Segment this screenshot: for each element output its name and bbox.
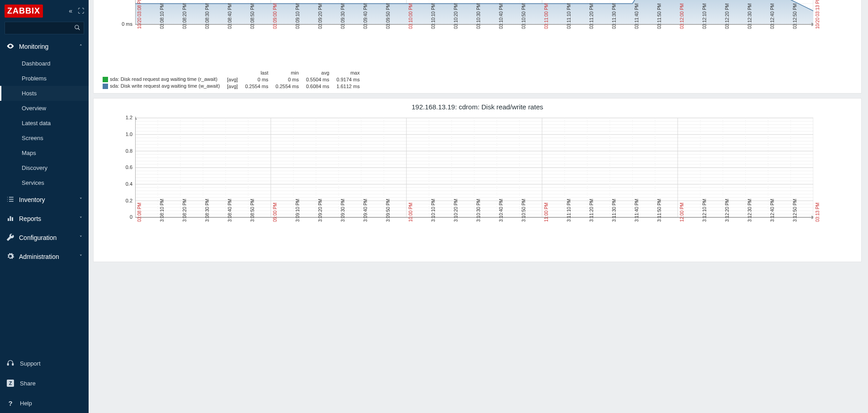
x-axis-label: 03:09:20 PM (318, 3, 323, 29)
x-axis-label: 03:11:20 PM (589, 3, 594, 29)
legend-swatch (103, 77, 108, 82)
x-axis-label: 03:11:30 PM (612, 3, 617, 29)
main-scroll[interactable]: 192.168.13.19: sda: Disk average waiting… (89, 0, 868, 413)
legend-swatch (103, 84, 108, 89)
x-axis-label: 3:12:30 PM (747, 199, 752, 222)
sidebar-section-monitoring[interactable]: Monitoring˄ (0, 37, 89, 56)
logo[interactable]: ZABBIX (5, 5, 43, 18)
x-axis-label: 03:12:20 PM (725, 3, 730, 29)
x-axis-label: 10/20 03:13 PM (815, 0, 820, 29)
sidebar-section-configuration[interactable]: Configuration˅ (0, 228, 89, 247)
svg-rect-13 (12, 363, 14, 365)
sidebar-collapse-icon[interactable]: « (69, 7, 72, 14)
x-axis-label: 03:08:50 PM (250, 3, 255, 29)
sidebar-fullscreen-icon[interactable]: ⛶ (78, 7, 84, 14)
chevron-down-icon: ˅ (80, 216, 82, 222)
sidebar-footer-label: Help (20, 400, 32, 407)
x-axis-label: 3:09:20 PM (318, 199, 323, 222)
sidebar-section-inventory[interactable]: Inventory˅ (0, 190, 89, 209)
sidebar: ZABBIX « ⛶ Monitoring˄DashboardProblemsH… (0, 0, 89, 413)
x-axis-label: 03:12:30 PM (747, 3, 752, 29)
y-axis-label: 0.5 ms (101, 0, 132, 1)
chevron-down-icon: ˅ (80, 254, 82, 260)
sidebar-header: ZABBIX « ⛶ (0, 0, 89, 22)
x-axis-label: 03:10:30 PM (476, 3, 481, 29)
sidebar-item-latest-data[interactable]: Latest data (0, 116, 89, 131)
y-axis-label: 0.4 (101, 182, 132, 187)
x-axis-label: 03:08 PM (137, 202, 142, 222)
x-axis-label: 03:10:40 PM (499, 3, 504, 29)
sidebar-footer-label: Support (20, 360, 41, 367)
y-axis-label: 1.2 (101, 115, 132, 120)
x-axis-label: 03:11:50 PM (657, 3, 662, 29)
x-axis-label: 11:00 PM (544, 202, 549, 222)
chevron-up-icon: ˄ (80, 44, 82, 50)
sidebar-item-screens[interactable]: Screens (0, 131, 89, 145)
sidebar-section-label: Inventory (19, 196, 45, 203)
sidebar-section-label: Administration (19, 253, 59, 260)
x-axis-label: 3:10:50 PM (521, 199, 526, 222)
x-axis-label: 03:10:20 PM (453, 3, 458, 29)
x-axis-label: 10:00 PM (408, 202, 413, 222)
svg-rect-11 (12, 217, 13, 221)
svg-rect-12 (7, 363, 9, 365)
x-axis-label: 3:12:40 PM (770, 199, 775, 222)
sidebar-section-reports[interactable]: Reports˅ (0, 209, 89, 228)
sidebar-footer-support[interactable]: Support (0, 353, 89, 373)
x-axis-label: 03:10:10 PM (431, 3, 436, 29)
chart-title: 192.168.13.19: cdrom: Disk read/write ra… (94, 101, 860, 113)
sidebar-section-label: Configuration (19, 234, 57, 241)
x-axis-label: 03:08:30 PM (205, 3, 210, 29)
sidebar-item-dashboard[interactable]: Dashboard (0, 56, 89, 71)
x-axis-label: 03:08:40 PM (227, 3, 232, 29)
x-axis-label: 10/20 03:08 PM (137, 0, 142, 29)
chart-card-cdrom-rates: 192.168.13.19: cdrom: Disk read/write ra… (93, 98, 862, 262)
y-axis-label: 0.6 (101, 165, 132, 170)
x-axis-label: 03:11:00 PM (544, 3, 549, 29)
gear-icon (6, 252, 14, 262)
x-axis-label: 3:12:20 PM (725, 199, 730, 222)
x-axis-label: 3:10:20 PM (453, 199, 458, 222)
chart-legend: lastminavgmaxsda: Disk read request avg … (99, 70, 363, 89)
eye-icon (6, 42, 14, 52)
x-axis-label: 3:10:40 PM (499, 199, 504, 222)
x-axis-label: 3:08:50 PM (250, 199, 255, 222)
y-axis-label: 0 (101, 215, 132, 220)
sidebar-item-maps[interactable]: Maps (0, 145, 89, 160)
main: 192.168.13.19: sda: Disk average waiting… (89, 0, 868, 413)
x-axis-label: 03:09:50 PM (386, 3, 391, 29)
sidebar-item-hosts[interactable]: Hosts (0, 86, 89, 101)
svg-point-0 (75, 25, 79, 29)
x-axis-label: 03:13 PM (815, 202, 820, 222)
svg-marker-148 (811, 216, 813, 219)
x-axis-label: 03:09:00 PM (273, 3, 278, 29)
sidebar-item-discovery[interactable]: Discovery (0, 160, 89, 175)
x-axis-label: 03:09:40 PM (363, 3, 368, 29)
x-axis-label: 03:12:50 PM (793, 3, 797, 29)
x-axis-label: 3:08:40 PM (227, 199, 232, 222)
sidebar-footer-help[interactable]: ?Help (0, 393, 89, 413)
x-axis-label: 3:11:20 PM (589, 199, 594, 222)
sidebar-search (5, 22, 84, 34)
chart-plot-area (135, 0, 813, 29)
x-axis-label: 03:09:30 PM (340, 3, 345, 29)
svg-rect-9 (8, 218, 9, 221)
bar-icon (6, 214, 14, 224)
search-input[interactable] (5, 22, 84, 34)
chart-plot-area (135, 113, 813, 222)
x-axis-label: 03:08:10 PM (160, 3, 165, 29)
svg-line-1 (78, 28, 80, 30)
sidebar-footer-share[interactable]: ZShare (0, 373, 89, 393)
sidebar-item-overview[interactable]: Overview (0, 101, 89, 116)
x-axis-label: 12:00 PM (679, 202, 684, 222)
sidebar-section-administration[interactable]: Administration˅ (0, 247, 89, 266)
search-icon[interactable] (74, 24, 80, 32)
y-axis-label: 0.2 (101, 198, 132, 203)
legend-series-name: sda: Disk write request avg waiting time… (110, 83, 220, 89)
sidebar-item-problems[interactable]: Problems (0, 71, 89, 86)
sidebar-footer-label: Share (20, 380, 36, 387)
x-axis-label: 3:12:10 PM (702, 199, 707, 222)
x-axis-label: 03:08:20 PM (182, 3, 187, 29)
sidebar-item-services[interactable]: Services (0, 175, 89, 190)
x-axis-label: 03:10:00 PM (408, 3, 413, 29)
